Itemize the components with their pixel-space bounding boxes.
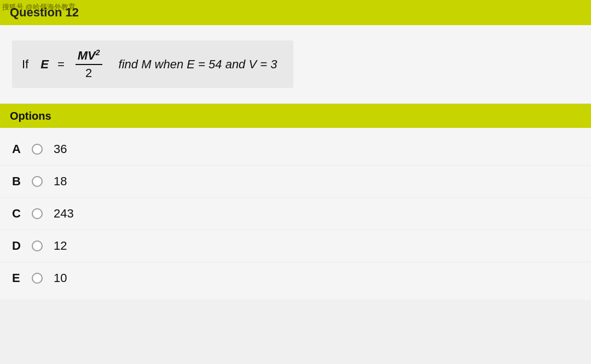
watermark: 搜狐号 @哈领海外教育 — [2, 2, 76, 12]
option-item-c[interactable]: C 243 — [0, 198, 591, 230]
option-item-b[interactable]: B 18 — [0, 166, 591, 198]
options-title: Options — [10, 110, 51, 122]
option-value-a: 36 — [54, 142, 67, 156]
option-item-e[interactable]: E 10 — [0, 262, 591, 294]
option-letter-c: C — [12, 207, 24, 221]
variable-e: E — [40, 57, 49, 72]
option-radio-a[interactable] — [32, 144, 43, 155]
fraction-denominator: 2 — [83, 65, 94, 80]
fraction-numerator: MV2 — [76, 48, 102, 65]
option-value-c: 243 — [54, 207, 74, 221]
option-value-e: 10 — [54, 271, 67, 285]
option-radio-b[interactable] — [32, 176, 43, 187]
fraction-formula: MV2 2 — [76, 48, 102, 80]
option-radio-c[interactable] — [32, 208, 43, 219]
question-body: If E = MV2 2 find M when E = 54 and V = … — [0, 25, 591, 104]
option-value-d: 12 — [54, 239, 67, 253]
option-letter-e: E — [12, 271, 24, 285]
option-value-b: 18 — [54, 174, 67, 189]
exponent: 2 — [96, 48, 100, 57]
formula-box: If E = MV2 2 find M when E = 54 and V = … — [12, 40, 293, 88]
option-letter-a: A — [12, 142, 24, 156]
equals-sign: = — [57, 57, 65, 72]
option-item-a[interactable]: A 36 — [0, 133, 591, 166]
option-radio-d[interactable] — [32, 240, 43, 251]
options-header: Options — [0, 104, 591, 128]
option-radio-e[interactable] — [32, 273, 43, 284]
option-item-d[interactable]: D 12 — [0, 230, 591, 262]
option-letter-b: B — [12, 174, 24, 189]
options-list: A 36 B 18 C 243 D 12 E 10 — [0, 128, 591, 300]
question-header: Question 12 — [0, 0, 591, 25]
question-prefix: If — [22, 57, 28, 72]
option-letter-d: D — [12, 239, 24, 253]
find-text: find M when E = 54 and V = 3 — [119, 57, 277, 72]
